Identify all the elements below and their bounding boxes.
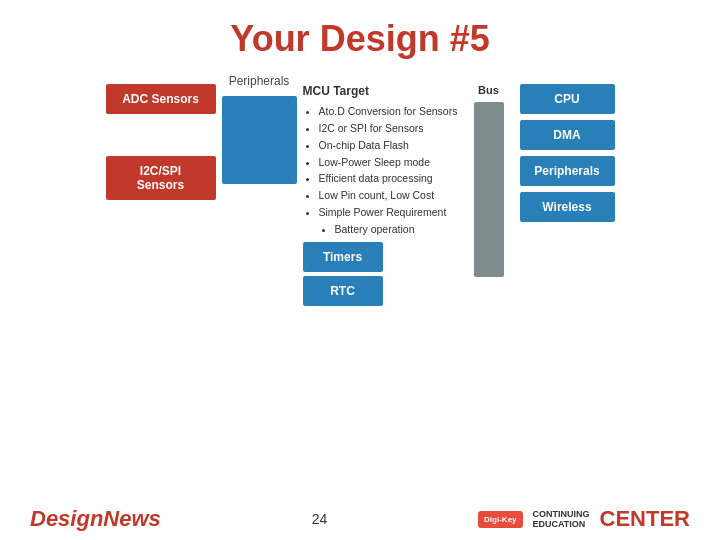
- rtc-box: RTC: [303, 276, 383, 306]
- adc-sensors-box: ADC Sensors: [106, 84, 216, 114]
- bus-label: Bus: [478, 84, 499, 96]
- center-branding: CONTINUING EDUCATION: [533, 509, 590, 529]
- footer-left: DesignNews: [30, 506, 161, 532]
- peripherals-label: Peripherals: [229, 74, 290, 88]
- continuing-text: CONTINUING: [533, 509, 590, 519]
- bullet-1: Ato.D Conversion for Sensors: [319, 103, 458, 120]
- diagram-area: ADC Sensors I2C/SPI Sensors Peripherals …: [0, 74, 720, 306]
- center-text: CENTER: [600, 506, 690, 532]
- digi-key-text: Digi-Key: [484, 515, 516, 524]
- bullet-8: Battery operation: [335, 221, 458, 238]
- mcu-title: MCU Target: [303, 82, 458, 101]
- bullet-4: Low-Power Sleep mode: [319, 154, 458, 171]
- page-number: 24: [312, 511, 328, 527]
- bullet-2: I2C or SPI for Sensors: [319, 120, 458, 137]
- right-column: CPU DMA Peripherals Wireless: [520, 84, 615, 222]
- i2c-sensors-box: I2C/SPI Sensors: [106, 156, 216, 200]
- bullet-7: Simple Power Requirement: [319, 204, 458, 221]
- mcu-text-block: MCU Target Ato.D Conversion for Sensors …: [303, 82, 458, 238]
- footer-right: Digi-Key CONTINUING EDUCATION CENTER: [478, 506, 690, 532]
- peripherals-column: Peripherals: [222, 74, 297, 184]
- bus-bar: [474, 102, 504, 277]
- timers-box: Timers: [303, 242, 383, 272]
- middle-column: MCU Target Ato.D Conversion for Sensors …: [303, 74, 458, 306]
- page-title: Your Design #5: [0, 0, 720, 70]
- bullet-3: On-chip Data Flash: [319, 137, 458, 154]
- sensors-column: ADC Sensors I2C/SPI Sensors: [106, 84, 216, 200]
- cpu-box: CPU: [520, 84, 615, 114]
- footer: DesignNews 24 Digi-Key CONTINUING EDUCAT…: [0, 506, 720, 532]
- peripherals-box: [222, 96, 297, 184]
- bullet-5: Efficient data processing: [319, 170, 458, 187]
- bullet-6: Low Pin count, Low Cost: [319, 187, 458, 204]
- bus-column: Bus: [464, 84, 514, 277]
- digi-key-logo: Digi-Key: [478, 511, 522, 528]
- logo-news: News: [103, 506, 160, 531]
- education-text: EDUCATION: [533, 519, 586, 529]
- right-peripherals-box: Peripherals: [520, 156, 615, 186]
- wireless-box: Wireless: [520, 192, 615, 222]
- mcu-bullets: Ato.D Conversion for Sensors I2C or SPI …: [303, 103, 458, 237]
- design-news-logo: DesignNews: [30, 506, 161, 532]
- logo-design: Design: [30, 506, 103, 531]
- dma-box: DMA: [520, 120, 615, 150]
